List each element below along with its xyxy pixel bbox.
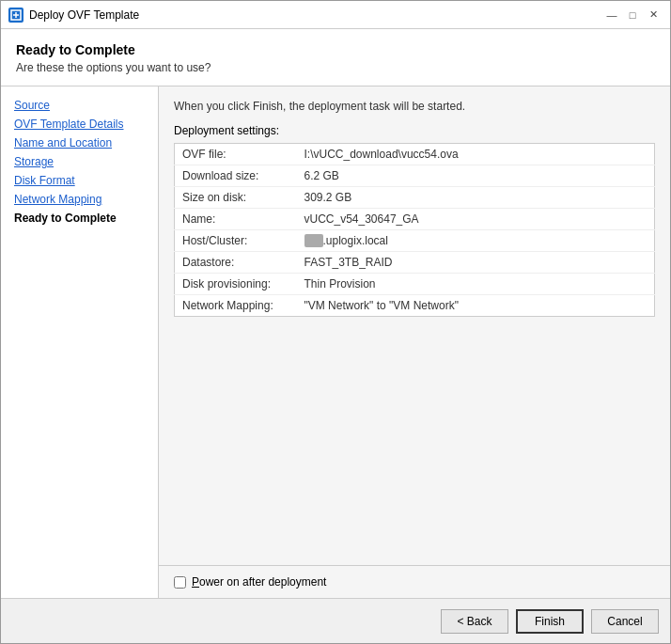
setting-val-name: vUCC_v54_30647_GA — [297, 209, 655, 230]
sidebar-item-storage[interactable]: Storage — [1, 152, 158, 171]
setting-val-host: .uplogix.local — [297, 230, 655, 252]
header-section: Ready to Complete Are these the options … — [1, 29, 670, 86]
power-underline-p: P — [192, 575, 199, 589]
setting-key-name: Name: — [175, 209, 297, 230]
sidebar-item-source[interactable]: Source — [1, 96, 158, 115]
content-area: When you click Finish, the deployment ta… — [159, 86, 670, 565]
setting-val-datastore: FAST_3TB_RAID — [297, 252, 655, 274]
table-row: Download size: 6.2 GB — [175, 165, 655, 187]
sidebar-item-ready-to-complete: Ready to Complete — [1, 209, 158, 228]
table-row: Host/Cluster: .uplogix.local — [175, 230, 655, 252]
setting-key-ovf: OVF file: — [175, 144, 297, 165]
sidebar-item-disk-format[interactable]: Disk Format — [1, 171, 158, 190]
deployment-settings-label: Deployment settings: — [174, 124, 655, 137]
window-controls: — □ ✕ — [602, 6, 663, 24]
ready-message: When you click Finish, the deployment ta… — [174, 100, 655, 113]
window-icon — [8, 8, 23, 23]
maximize-button[interactable]: □ — [623, 6, 642, 24]
setting-val-disk-provisioning: Thin Provision — [297, 274, 655, 295]
sidebar: Source OVF Template Details Name and Loc… — [1, 86, 159, 598]
setting-key-datastore: Datastore: — [175, 252, 297, 274]
finish-button[interactable]: Finish — [516, 609, 584, 634]
setting-val-ovf: I:\vUCC_download\vucc54.ova — [297, 144, 655, 165]
setting-val-size: 309.2 GB — [297, 187, 655, 209]
power-on-checkbox[interactable] — [174, 576, 186, 589]
setting-key-size: Size on disk: — [175, 187, 297, 209]
setting-key-host: Host/Cluster: — [175, 230, 297, 252]
table-row: Size on disk: 309.2 GB — [175, 187, 655, 209]
host-blur — [304, 234, 323, 247]
setting-val-download: 6.2 GB — [297, 165, 655, 187]
sidebar-item-network-mapping[interactable]: Network Mapping — [1, 190, 158, 209]
setting-key-network-mapping: Network Mapping: — [175, 295, 297, 317]
close-button[interactable]: ✕ — [644, 6, 663, 24]
back-button[interactable]: < Back — [441, 609, 508, 634]
cancel-button[interactable]: Cancel — [591, 609, 659, 634]
content-wrapper: When you click Finish, the deployment ta… — [159, 86, 670, 598]
power-on-label: Power on after deployment — [192, 575, 326, 589]
title-bar: Deploy OVF Template — □ ✕ — [1, 1, 670, 29]
bottom-area: Power on after deployment — [159, 566, 670, 598]
main-content: Source OVF Template Details Name and Loc… — [1, 86, 670, 598]
table-row: OVF file: I:\vUCC_download\vucc54.ova — [175, 144, 655, 165]
deploy-ovf-window: Deploy OVF Template — □ ✕ Ready to Compl… — [0, 0, 671, 644]
settings-table: OVF file: I:\vUCC_download\vucc54.ova Do… — [174, 143, 655, 317]
setting-key-disk-provisioning: Disk provisioning: — [175, 274, 297, 295]
page-title: Ready to Complete — [16, 42, 655, 57]
power-on-row: Power on after deployment — [174, 575, 655, 589]
setting-key-download: Download size: — [175, 165, 297, 187]
sidebar-item-ovf-template-details[interactable]: OVF Template Details — [1, 115, 158, 134]
setting-val-network-mapping: "VM Network" to "VM Network" — [297, 295, 655, 317]
window-title: Deploy OVF Template — [29, 8, 602, 22]
table-row: Name: vUCC_v54_30647_GA — [175, 209, 655, 230]
page-subtitle: Are these the options you want to use? — [16, 61, 655, 74]
table-row: Network Mapping: "VM Network" to "VM Net… — [175, 295, 655, 317]
table-row: Disk provisioning: Thin Provision — [175, 274, 655, 295]
sidebar-item-name-and-location[interactable]: Name and Location — [1, 134, 158, 152]
footer: < Back Finish Cancel — [1, 598, 670, 643]
minimize-button[interactable]: — — [602, 6, 621, 24]
table-row: Datastore: FAST_3TB_RAID — [175, 252, 655, 274]
